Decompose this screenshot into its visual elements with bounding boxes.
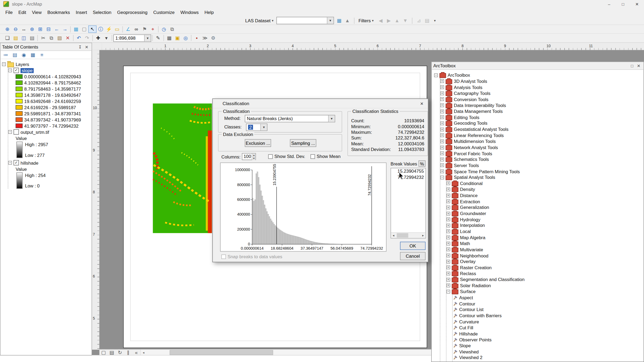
tree-item-data-interoperability-tools[interactable]: +Data Interoperability Tools [440, 102, 644, 108]
toc-options-icon[interactable]: ≡ [38, 51, 46, 59]
editor-toolbar-icon[interactable]: ✎ [154, 34, 162, 42]
tree-item-spatial-analyst-tools[interactable]: −Spatial Analyst Tools [440, 174, 644, 180]
arctoolbox-window-icon[interactable]: ▪ [193, 34, 201, 42]
tree-item-extraction[interactable]: +Extraction [447, 198, 644, 204]
profile-up-icon[interactable]: ▲ [393, 17, 401, 24]
list-by-drawing-order-icon[interactable]: ≔ [2, 51, 10, 59]
toc-header[interactable]: Table Of Contents ↧ ✕ [1, 43, 92, 51]
expand-icon[interactable]: + [440, 164, 444, 167]
menu-item-geoprocessing[interactable]: Geoprocessing [114, 9, 151, 16]
las-dataset-toolbar-button[interactable]: LAS Dataset ▾ [244, 18, 275, 23]
legend-class-item[interactable]: 14.35987178 - 19.63492647 [16, 92, 91, 98]
toolbar-overflow-icon[interactable]: ▾ [434, 19, 436, 23]
scroll-left-icon[interactable]: ◂ [141, 350, 146, 355]
show-mean-checkbox[interactable]: Show Mean [310, 154, 341, 159]
menu-item-help[interactable]: Help [202, 9, 217, 16]
tree-item-parcel-fabric-tools[interactable]: +Parcel Fabric Tools [440, 150, 644, 156]
select-features-icon[interactable]: ▦ [72, 25, 80, 33]
expand-icon[interactable]: + [447, 260, 450, 263]
minimize-button[interactable]: – [602, 0, 616, 8]
menu-item-insert[interactable]: Insert [73, 9, 90, 16]
collapse-icon[interactable]: − [2, 62, 6, 66]
new-document-icon[interactable]: ❏ [3, 34, 12, 42]
toc-node-layers[interactable]: − Layers [2, 61, 91, 67]
tree-item-visibility[interactable]: Visibility [453, 361, 644, 361]
break-value-item[interactable]: 15.23904755 [391, 168, 426, 175]
exclusion-button[interactable]: Exclusion ... [245, 139, 271, 147]
find-icon[interactable]: ∞ [132, 25, 141, 33]
identify-icon[interactable]: ⓘ [97, 25, 105, 33]
expand-icon[interactable]: + [440, 116, 444, 119]
fixed-zoom-out-icon[interactable]: ⊟ [44, 25, 53, 33]
dialog-title-bar[interactable]: Classification ✕ [213, 99, 428, 108]
arctoolbox-header[interactable]: ArcToolbox □ ✕ [432, 62, 644, 70]
tree-item-density[interactable]: +Density [447, 186, 644, 192]
tree-item-contour-with-barriers[interactable]: Contour with Barriers [453, 313, 644, 319]
tree-item-multivariate[interactable]: +Multivariate [447, 246, 644, 252]
expand-icon[interactable]: + [447, 236, 450, 239]
clear-selection-icon[interactable]: ▢ [80, 25, 88, 33]
redo-icon[interactable]: ↷ [83, 34, 91, 42]
class-color-swatch[interactable] [16, 74, 23, 79]
expand-icon[interactable]: + [447, 182, 450, 185]
expand-icon[interactable]: + [447, 212, 450, 215]
list-by-selection-icon[interactable]: ▦ [29, 51, 37, 59]
tree-item-math[interactable]: +Math [447, 241, 644, 246]
model-builder-icon[interactable]: ⚙ [209, 34, 217, 42]
expand-icon[interactable]: + [447, 254, 450, 257]
tree-item-server-tools[interactable]: +Server Tools [440, 162, 644, 168]
dropdown-arrow-icon[interactable] [260, 124, 267, 130]
classes-combobox[interactable]: 2 [246, 124, 268, 131]
menu-item-customize[interactable]: Customize [150, 9, 177, 16]
tree-item-network-analyst-tools[interactable]: +Network Analyst Tools [440, 144, 644, 150]
back-extent-icon[interactable]: ← [53, 25, 61, 33]
checkbox-icon[interactable] [221, 254, 226, 259]
expand-icon[interactable]: + [447, 272, 450, 275]
legend-class-item[interactable]: 4.102820944 - 8.791758462 [16, 80, 91, 86]
class-color-swatch[interactable] [16, 117, 23, 122]
layer-name-hillshade[interactable]: hillshade [21, 160, 38, 165]
scrollbar-thumb[interactable] [170, 350, 273, 355]
open-icon[interactable]: ▤ [12, 34, 20, 42]
tree-item-reclass[interactable]: +Reclass [447, 271, 644, 276]
class-color-swatch[interactable] [16, 105, 23, 110]
method-combobox[interactable]: Natural Breaks (Jenks) [245, 115, 335, 123]
restore-icon[interactable]: □ [629, 62, 635, 69]
las-view-icon[interactable]: ▤ [423, 17, 431, 24]
measure-icon[interactable]: ∠ [124, 25, 132, 33]
catalog-icon[interactable]: ▣ [173, 34, 182, 42]
attribute-table-icon[interactable]: ▦ [165, 34, 173, 42]
expand-icon[interactable]: + [440, 134, 444, 137]
close-icon[interactable]: ✕ [635, 62, 642, 69]
tree-item-schematics-tools[interactable]: +Schematics Tools [440, 156, 644, 162]
tree-item-viewshed-2[interactable]: Viewshed 2 [453, 355, 644, 361]
snap-breaks-checkbox[interactable]: Snap breaks to data values [221, 254, 282, 259]
dropdown-arrow-icon[interactable] [328, 115, 335, 122]
search-icon[interactable]: ◎ [182, 34, 190, 42]
legend-class-item[interactable]: 34.87397342 - 41.90737969 [16, 117, 91, 123]
tree-item-map-algebra[interactable]: +Map Algebra [447, 234, 644, 240]
forward-extent-icon[interactable]: → [61, 25, 69, 33]
viewer-window-icon[interactable]: ⧉ [168, 25, 176, 33]
expand-icon[interactable]: + [447, 284, 450, 287]
print-icon[interactable]: ▤ [28, 34, 36, 42]
collapse-icon[interactable]: − [434, 73, 438, 77]
add-data-icon[interactable]: ✚ [94, 34, 103, 42]
tree-item-viewshed[interactable]: Viewshed [453, 349, 644, 354]
expand-icon[interactable]: + [440, 97, 444, 101]
profile-forward-icon[interactable]: ▶ [385, 17, 393, 24]
close-icon[interactable]: ✕ [418, 100, 426, 106]
full-extent-icon[interactable]: ⊛ [28, 25, 36, 33]
legend-class-item[interactable]: 24.6169226 - 29.5989187 [16, 104, 91, 110]
tree-item-linear-referencing-tools[interactable]: +Linear Referencing Tools [440, 132, 644, 138]
expand-icon[interactable]: + [440, 127, 444, 131]
menu-item-file[interactable]: File [2, 9, 16, 16]
tree-item-local[interactable]: +Local [447, 228, 644, 234]
add-data-caret-icon[interactable]: ▾ [102, 34, 111, 42]
tree-item-aspect[interactable]: Aspect [453, 295, 644, 301]
cut-icon[interactable]: ✂ [39, 34, 47, 42]
pin-icon[interactable]: ↧ [77, 44, 83, 50]
find-route-icon[interactable]: ⚑ [140, 25, 149, 33]
expand-icon[interactable]: + [447, 242, 450, 245]
expand-icon[interactable]: + [440, 86, 444, 89]
